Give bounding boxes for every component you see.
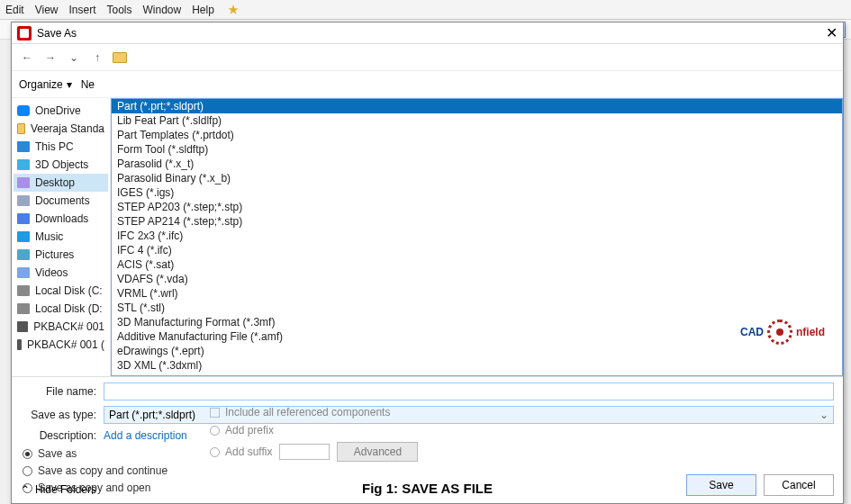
cad-infield-logo: CAD nfield: [740, 320, 825, 345]
radio-icon: [210, 447, 220, 457]
sidebar-item-label: Pictures: [35, 248, 74, 261]
logo-text-cad: CAD: [740, 326, 764, 338]
address-bar[interactable]: [113, 52, 836, 63]
folder-icon: [17, 177, 30, 188]
organize-button[interactable]: Organize ▾: [19, 78, 72, 91]
radio-icon: [23, 466, 32, 476]
menu-window[interactable]: Window: [143, 4, 182, 16]
filetype-option[interactable]: Part (*.prt;*.sldprt): [112, 99, 842, 113]
sidebar-item-veeraja-standa[interactable]: Veeraja Standa: [14, 120, 108, 138]
star-icon[interactable]: [225, 2, 241, 18]
chevron-down-icon: ⌄: [819, 409, 828, 421]
sidebar-item-3d-objects[interactable]: 3D Objects: [14, 156, 108, 174]
dialog-title: Save As: [37, 27, 77, 40]
folder-icon: [17, 285, 30, 296]
sidebar-item-pkback-001[interactable]: PKBACK# 001: [14, 318, 108, 336]
filetype-option[interactable]: ACIS (*.sat): [112, 257, 842, 272]
sidebar: OneDriveVeeraja StandaThis PC3D ObjectsD…: [12, 98, 111, 376]
description-label: Description:: [21, 429, 96, 442]
sidebar-item-label: Downloads: [35, 212, 88, 225]
filetype-option[interactable]: IFC 2x3 (*.ifc): [112, 229, 842, 243]
nav-back-icon[interactable]: ←: [19, 51, 35, 64]
filetype-option[interactable]: Part Templates (*.prtdot): [112, 128, 842, 142]
sidebar-item-pkback-001-[interactable]: PKBACK# 001 (: [14, 336, 108, 354]
filetype-dropdown-list[interactable]: Part (*.prt;*.sldprt)Lib Feat Part (*.sl…: [111, 98, 843, 376]
sidebar-item-label: Desktop: [35, 176, 75, 189]
folder-icon: [17, 321, 28, 332]
save-as-dialog: Save As ✕ ← → ⌄ ↑ Organize ▾ Ne OneDrive…: [11, 22, 844, 504]
nav-forward-icon[interactable]: →: [42, 51, 59, 64]
dialog-body: OneDriveVeeraja StandaThis PC3D ObjectsD…: [12, 98, 843, 376]
folder-icon: [17, 195, 30, 206]
description-link[interactable]: Add a description: [104, 429, 187, 442]
save-button[interactable]: Save: [686, 474, 756, 496]
sidebar-item-documents[interactable]: Documents: [14, 192, 108, 210]
sidebar-item-label: This PC: [35, 140, 74, 153]
sidebar-item-label: PKBACK# 001: [33, 320, 104, 333]
menu-insert[interactable]: Insert: [68, 4, 95, 16]
sidebar-item-desktop[interactable]: Desktop: [14, 174, 108, 192]
folder-icon: [17, 267, 30, 278]
filename-label: File name:: [21, 385, 96, 398]
menu-edit[interactable]: Edit: [5, 4, 24, 16]
suffix-input: [279, 444, 330, 460]
radio-icon: [23, 449, 32, 459]
sidebar-item-label: Music: [35, 230, 63, 243]
logo-text-infield: nfield: [796, 326, 825, 338]
figure-caption: Fig 1: SAVE AS FILE: [362, 481, 493, 496]
folder-icon: [17, 105, 30, 116]
sidebar-item-videos[interactable]: Videos: [14, 264, 108, 282]
menu-tools[interactable]: Tools: [107, 4, 132, 16]
filetype-option[interactable]: 3D Manufacturing Format (*.3mf): [112, 315, 842, 329]
folder-icon: [17, 339, 22, 350]
folder-icon: [17, 231, 30, 242]
filetype-option[interactable]: Parasolid Binary (*.x_b): [112, 171, 842, 185]
filetype-option[interactable]: STL (*.stl): [112, 301, 842, 315]
filetype-option[interactable]: IFC 4 (*.ifc): [112, 243, 842, 257]
sidebar-item-pictures[interactable]: Pictures: [14, 246, 108, 264]
nav-up-icon[interactable]: ↑: [89, 51, 105, 64]
radio-icon: [210, 426, 220, 436]
filetype-option[interactable]: Form Tool (*.sldftp): [112, 142, 842, 157]
dialog-nav: ← → ⌄ ↑: [12, 44, 843, 71]
filetype-option[interactable]: 3D XML (*.3dxml): [112, 358, 842, 373]
folder-icon: [17, 159, 30, 170]
filetype-option[interactable]: STEP AP203 (*.step;*.stp): [112, 200, 842, 214]
dialog-lower-panel: File name: Save as type: Part (*.prt;*.s…: [12, 376, 843, 503]
svg-rect-3: [20, 29, 29, 38]
sidebar-item-local-disk-c-[interactable]: Local Disk (C:: [14, 282, 108, 300]
radio-save-as[interactable]: Save as: [23, 447, 834, 460]
menu-help[interactable]: Help: [192, 4, 214, 16]
new-folder-button[interactable]: Ne: [81, 78, 95, 91]
dialog-close-icon[interactable]: ✕: [826, 24, 837, 41]
filetype-option[interactable]: Additive Manufacturing File (*.amf): [112, 329, 842, 344]
sidebar-item-label: Videos: [35, 266, 68, 279]
include-refs-checkbox[interactable]: Include all referenced components: [210, 406, 418, 418]
hide-folders-button[interactable]: ⌃ Hide Folders: [21, 483, 96, 496]
sidebar-item-downloads[interactable]: Downloads: [14, 210, 108, 228]
sidebar-item-music[interactable]: Music: [14, 228, 108, 246]
sidebar-item-this-pc[interactable]: This PC: [14, 138, 108, 156]
app-icon: [17, 26, 32, 40]
nav-chevron-icon[interactable]: ⌄: [66, 51, 82, 64]
filetype-option[interactable]: Lib Feat Part (*.sldlfp): [112, 113, 842, 128]
folder-icon: [113, 52, 127, 63]
filetype-option[interactable]: VRML (*.wrl): [112, 286, 842, 301]
sidebar-item-onedrive[interactable]: OneDrive: [14, 102, 108, 120]
gear-icon: [767, 320, 792, 345]
sidebar-item-label: OneDrive: [35, 104, 81, 117]
sidebar-item-local-disk-d-[interactable]: Local Disk (D:: [14, 300, 108, 318]
cancel-button[interactable]: Cancel: [764, 474, 834, 496]
sidebar-item-label: Local Disk (D:: [35, 302, 103, 315]
filetype-option[interactable]: STEP AP214 (*.step;*.stp): [112, 214, 842, 229]
radio-add-suffix: Add suffix: [210, 446, 272, 458]
dialog-titlebar: Save As ✕: [12, 22, 843, 44]
folder-icon: [17, 141, 30, 152]
filetype-option[interactable]: eDrawings (*.eprt): [112, 344, 842, 358]
filetype-option[interactable]: IGES (*.igs): [112, 185, 842, 200]
filetype-option[interactable]: VDAFS (*.vda): [112, 272, 842, 286]
filetype-option[interactable]: Parasolid (*.x_t): [112, 157, 842, 171]
sidebar-item-label: Documents: [35, 194, 90, 207]
menu-view[interactable]: View: [35, 4, 59, 16]
filename-input[interactable]: [104, 382, 834, 400]
